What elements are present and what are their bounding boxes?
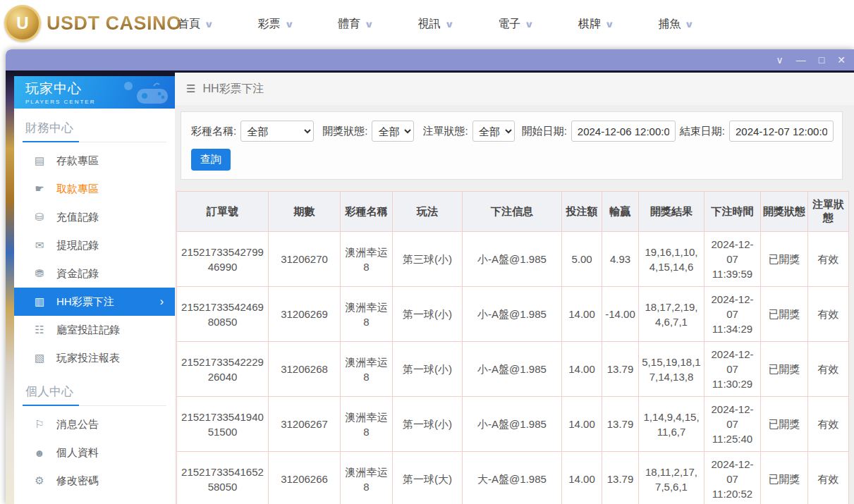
cell-lottery-name: 澳洲幸运8 <box>341 452 393 504</box>
table-column-header: 訂單號 <box>177 192 269 232</box>
chevron-down-icon: ∨ <box>204 19 214 30</box>
cell-bet-amount: 5.00 <box>562 232 602 287</box>
nav-menu-item[interactable]: 電子 ∨ <box>498 17 533 32</box>
table-row[interactable]: 2152173354246980850 31206269 澳洲幸运8 第一球(小… <box>177 287 849 342</box>
page-title: HH彩票下注 <box>202 82 264 97</box>
cell-lottery-name: 澳洲幸运8 <box>341 287 393 342</box>
table-row[interactable]: 2152173354222926040 31206268 澳洲幸运8 第一球(小… <box>177 342 849 397</box>
table-column-header: 彩種名稱 <box>341 192 393 232</box>
cell-bet-time: 2024-12-07 11:30:29 <box>704 342 761 397</box>
cell-win-loss: 13.79 <box>602 397 639 452</box>
end-date-input[interactable] <box>729 121 834 142</box>
cell-draw-result: 5,15,19,18,17,14,13,8 <box>639 342 704 397</box>
cell-bet-time: 2024-12-07 11:25:40 <box>704 397 761 452</box>
table-row[interactable]: 2152173354279946990 31206270 澳洲幸运8 第三球(小… <box>177 232 849 287</box>
cell-lottery-name: 澳洲幸运8 <box>341 342 393 397</box>
page: U USDT CASINO 首頁 ∨ 彩票 ∨ 體育 ∨ 視訊 ∨ 電子 ∨ 棋… <box>0 0 854 504</box>
cell-draw-result: 1,14,9,4,15,11,6,7 <box>639 397 704 452</box>
start-date-input[interactable] <box>571 121 676 142</box>
sidebar-item[interactable]: ▧ 玩家投注報表 <box>14 344 175 372</box>
cell-bet-amount: 14.00 <box>562 287 602 342</box>
window-collapse-button[interactable]: ∨ <box>776 55 783 65</box>
player-center-window: ∨ — □ ✕ 玩家中心 PLAYERS CENTER <box>6 49 854 504</box>
brand-logo[interactable]: U USDT CASINO <box>4 5 182 42</box>
chevron-right-icon: › <box>160 295 164 308</box>
lottery-name-select[interactable]: 全部 <box>240 121 314 142</box>
draw-status-label: 開獎狀態: <box>322 125 367 138</box>
sidebar-item-label: 玩家投注報表 <box>56 352 120 365</box>
chevron-down-icon: ∨ <box>525 19 535 30</box>
draw-status-select[interactable]: 全部 <box>372 121 414 142</box>
funds-record-icon: ⛃ <box>32 267 47 280</box>
nav-menu-item-label: 首頁 <box>178 17 200 32</box>
nav-menu-item[interactable]: 首頁 ∨ <box>178 17 213 32</box>
cell-draw-status: 已開獎 <box>761 342 808 397</box>
sidebar-item[interactable]: ⚐ 消息公告 <box>14 410 175 438</box>
sidebar-item[interactable]: ☛ 取款專區 <box>14 175 175 203</box>
personal-menu: ⚐ 消息公告 ☻ 個人資料 ⚙ 修改密碼 <box>14 410 175 495</box>
nav-menu-item[interactable]: 視訊 ∨ <box>418 17 453 32</box>
sidebar-item-label: 消息公告 <box>56 418 99 431</box>
recharge-record-icon: ⛁ <box>32 211 47 223</box>
nav-menu-item[interactable]: 體育 ∨ <box>338 17 373 32</box>
window-body: 玩家中心 PLAYERS CENTER 財務中心 ▤ <box>6 70 854 504</box>
sidebar-item[interactable]: ⚙ 修改密碼 <box>14 467 175 495</box>
top-nav: U USDT CASINO 首頁 ∨ 彩票 ∨ 體育 ∨ 視訊 ∨ 電子 ∨ 棋… <box>0 0 854 48</box>
table-column-header: 玩法 <box>393 192 463 232</box>
cell-bet-amount: 14.00 <box>562 342 602 397</box>
main-menu: 首頁 ∨ 彩票 ∨ 體育 ∨ 視訊 ∨ 電子 ∨ 棋牌 ∨ 捕魚 ∨ <box>178 0 693 48</box>
table-column-header: 下注信息 <box>463 192 562 232</box>
filter-panel: 彩種名稱: 全部 開獎狀態: 全部 注單狀態: 全部 開始日期: <box>181 111 843 180</box>
table-header-row: 訂單號期數彩種名稱玩法下注信息投注額輸贏開獎結果下注時間開獎狀態注單狀態 <box>177 192 849 232</box>
cell-lottery-name: 澳洲幸运8 <box>341 397 393 452</box>
cell-bet-info: 小-A盤@1.985 <box>463 287 562 342</box>
table-column-header: 開獎結果 <box>639 192 704 232</box>
hamburger-icon[interactable]: ☰ <box>186 82 195 95</box>
nav-menu-item[interactable]: 棋牌 ∨ <box>578 17 614 32</box>
sidebar-item-label: 存款專區 <box>56 154 99 168</box>
window-close-button[interactable]: ✕ <box>837 55 846 65</box>
sidebar-item[interactable]: ☷ 廳室投註記錄 <box>14 316 175 344</box>
bets-table: 訂單號期數彩種名稱玩法下注信息投注額輸贏開獎結果下注時間開獎狀態注單狀態 215… <box>176 191 849 504</box>
chevron-down-icon: ∨ <box>604 19 614 30</box>
nav-menu-item[interactable]: 彩票 ∨ <box>258 17 293 32</box>
order-status-select[interactable]: 全部 <box>472 121 515 142</box>
cell-order-id: 2152173354194051500 <box>177 397 269 452</box>
cell-draw-result: 18,17,2,19,4,6,7,1 <box>639 287 704 342</box>
order-status-label: 注單狀態: <box>422 125 468 138</box>
cell-play-type: 第一球(小) <box>393 342 463 397</box>
cell-bet-info: 小-A盤@1.985 <box>463 342 562 397</box>
sidebar-item[interactable]: ⛁ 充值記錄 <box>14 203 175 231</box>
cell-win-loss: 13.79 <box>602 342 639 397</box>
sidebar-item[interactable]: ⛃ 資金記錄 <box>14 259 175 288</box>
withdraw-record-icon: ✉ <box>32 239 47 252</box>
table-column-header: 投注額 <box>562 192 602 232</box>
sidebar-item-label: 充值記錄 <box>56 211 99 224</box>
nav-menu-item-label: 視訊 <box>418 17 441 32</box>
search-button[interactable]: 查詢 <box>191 149 231 171</box>
window-maximize-button[interactable]: □ <box>819 55 824 65</box>
sidebar: 玩家中心 PLAYERS CENTER 財務中心 ▤ <box>14 76 175 504</box>
window-minimize-button[interactable]: — <box>796 55 806 65</box>
nav-menu-item[interactable]: 捕魚 ∨ <box>658 17 693 32</box>
sidebar-header: 玩家中心 PLAYERS CENTER <box>14 76 175 109</box>
cell-win-loss: -14.00 <box>602 287 639 342</box>
brand-name: USDT CASINO <box>47 13 182 35</box>
sidebar-item[interactable]: ▥ HH彩票下注 › <box>14 288 175 316</box>
start-date-label: 開始日期: <box>522 125 567 138</box>
sidebar-item[interactable]: ▤ 存款專區 <box>14 147 175 175</box>
gamepad-icon <box>123 80 169 106</box>
chevron-down-icon: ∨ <box>365 19 374 30</box>
deposit-icon: ▤ <box>32 154 47 167</box>
nav-menu-item-label: 電子 <box>498 17 520 32</box>
table-body: 2152173354279946990 31206270 澳洲幸运8 第三球(小… <box>177 232 849 504</box>
sidebar-item[interactable]: ☻ 個人資料 <box>14 438 175 467</box>
nav-menu-item-label: 體育 <box>338 17 360 32</box>
player-bet-report-icon: ▧ <box>32 352 47 364</box>
sidebar-item-label: 取款專區 <box>56 183 99 196</box>
cell-issue-number: 31206268 <box>269 342 341 397</box>
table-row[interactable]: 2152173354165258050 31206266 澳洲幸运8 第一球(大… <box>177 452 849 504</box>
sidebar-item[interactable]: ✉ 提現記錄 <box>14 231 175 259</box>
table-row[interactable]: 2152173354194051500 31206267 澳洲幸运8 第一球(小… <box>177 397 849 452</box>
cell-draw-status: 已開獎 <box>761 232 808 287</box>
